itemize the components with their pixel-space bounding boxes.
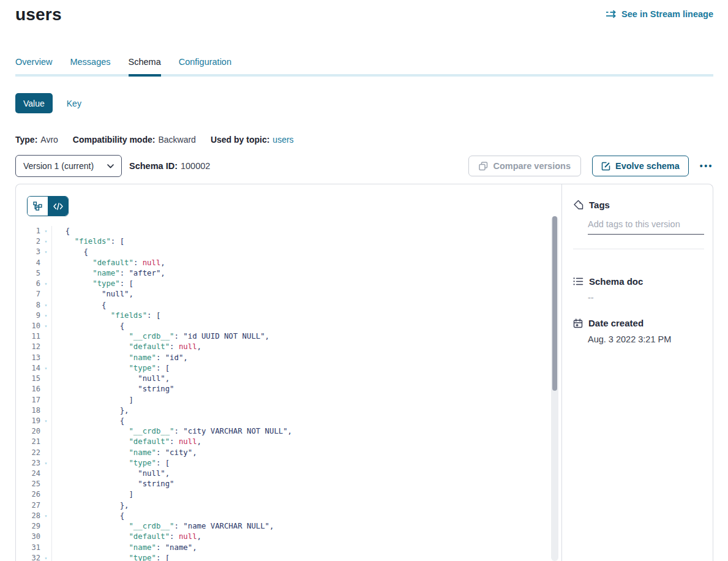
code-line: 9▾ "fields": [ bbox=[16, 311, 566, 321]
line-number: 2 bbox=[16, 236, 40, 247]
code-text: { bbox=[52, 300, 106, 311]
fold-toggle-icon[interactable]: ▾ bbox=[40, 311, 52, 321]
line-number: 13 bbox=[16, 353, 40, 363]
code-text: "type": [ bbox=[52, 363, 170, 374]
line-number: 26 bbox=[16, 489, 40, 500]
key-toggle-link[interactable]: Key bbox=[67, 99, 81, 108]
fold-gutter bbox=[40, 500, 52, 511]
tab-bar: Overview Messages Schema Configuration bbox=[15, 55, 713, 77]
line-number: 20 bbox=[16, 426, 40, 437]
code-text: { bbox=[52, 416, 124, 426]
fold-gutter bbox=[40, 448, 52, 458]
code-text: "null", bbox=[52, 374, 170, 384]
fold-gutter bbox=[40, 489, 52, 500]
code-text: }, bbox=[52, 500, 129, 511]
fold-gutter bbox=[40, 426, 52, 437]
date-created-heading-label: Date created bbox=[588, 318, 644, 328]
code-line: 26 ] bbox=[16, 489, 566, 500]
code-line: 2▾ "fields": [ bbox=[16, 236, 566, 247]
date-created-value: Aug. 3 2022 3:21 PM bbox=[588, 334, 671, 344]
fold-gutter bbox=[40, 543, 52, 553]
code-text: "type": [ bbox=[52, 458, 170, 469]
type-value: Avro bbox=[40, 135, 58, 145]
tab-messages[interactable]: Messages bbox=[70, 55, 110, 77]
code-line: 8▾ { bbox=[16, 300, 566, 311]
version-dropdown[interactable]: Version 1 (current) bbox=[15, 155, 122, 177]
code-line: 22 "name": "city", bbox=[16, 448, 566, 458]
tree-view-button[interactable] bbox=[28, 197, 48, 216]
fold-toggle-icon[interactable]: ▾ bbox=[40, 363, 52, 374]
tree-view-icon bbox=[33, 201, 42, 211]
code-text: "null", bbox=[52, 469, 170, 479]
line-number: 7 bbox=[16, 289, 40, 299]
list-icon bbox=[573, 277, 584, 286]
tab-overview[interactable]: Overview bbox=[15, 55, 52, 77]
code-text: "fields": [ bbox=[52, 236, 124, 247]
schema-panel: 1▾ {2▾ "fields": [3▾ {4 "default": null,… bbox=[15, 184, 713, 561]
fold-gutter bbox=[40, 331, 52, 342]
fold-toggle-icon[interactable]: ▾ bbox=[40, 416, 52, 426]
line-number: 21 bbox=[16, 437, 40, 447]
fold-toggle-icon[interactable]: ▾ bbox=[40, 300, 52, 311]
code-line: 23▾ "type": [ bbox=[16, 458, 566, 469]
value-toggle-button[interactable]: Value bbox=[15, 93, 53, 113]
code-line: 16 "string" bbox=[16, 384, 566, 394]
fold-gutter bbox=[40, 342, 52, 352]
chevron-down-icon bbox=[107, 164, 114, 168]
line-number: 27 bbox=[16, 500, 40, 511]
code-line: 20 "__crdb__": "city VARCHAR NOT NULL", bbox=[16, 426, 566, 437]
code-line: 3▾ { bbox=[16, 247, 566, 257]
line-number: 3 bbox=[16, 247, 40, 257]
line-number: 18 bbox=[16, 405, 40, 416]
stream-lineage-label: See in Stream lineage bbox=[621, 9, 713, 19]
editor-scrollbar-thumb[interactable] bbox=[552, 216, 557, 391]
compare-versions-label: Compare versions bbox=[493, 161, 571, 171]
code-line: 30 "default": null, bbox=[16, 532, 566, 542]
line-number: 19 bbox=[16, 416, 40, 426]
fold-toggle-icon[interactable]: ▾ bbox=[40, 236, 52, 247]
fold-toggle-icon[interactable]: ▾ bbox=[40, 247, 52, 257]
stream-lineage-icon bbox=[606, 10, 617, 18]
fold-gutter bbox=[40, 268, 52, 279]
evolve-schema-button[interactable]: Evolve schema bbox=[592, 156, 689, 176]
fold-toggle-icon[interactable]: ▾ bbox=[40, 321, 52, 331]
schema-action-buttons: Compare versions Evolve schema ••• bbox=[468, 156, 713, 176]
fold-gutter bbox=[40, 479, 52, 489]
line-number: 9 bbox=[16, 311, 40, 321]
code-line: 6▾ "type": [ bbox=[16, 279, 566, 289]
topic-link[interactable]: users bbox=[272, 135, 293, 145]
code-text: "__crdb__": "name VARCHAR NULL", bbox=[52, 521, 274, 532]
fold-gutter bbox=[40, 469, 52, 479]
code-text: "type": [ bbox=[52, 553, 170, 561]
code-line: 29 "__crdb__": "name VARCHAR NULL", bbox=[16, 521, 566, 532]
code-text: "default": null, bbox=[52, 258, 165, 268]
line-number: 15 bbox=[16, 374, 40, 384]
fold-toggle-icon[interactable]: ▾ bbox=[40, 226, 52, 236]
code-line: 18 }, bbox=[16, 405, 566, 416]
key-value-toggle: Value Key bbox=[15, 93, 81, 113]
code-line: 21 "default": null, bbox=[16, 437, 566, 447]
code-text: { bbox=[52, 226, 70, 236]
fold-toggle-icon[interactable]: ▾ bbox=[40, 458, 52, 469]
code-text: "string" bbox=[52, 479, 174, 489]
line-number: 1 bbox=[16, 226, 40, 236]
fold-toggle-icon[interactable]: ▾ bbox=[40, 511, 52, 521]
code-line: 19▾ { bbox=[16, 416, 566, 426]
code-view-button[interactable] bbox=[48, 197, 68, 216]
fold-toggle-icon[interactable]: ▾ bbox=[40, 279, 52, 289]
compatibility-label: Compatibility mode: bbox=[73, 135, 156, 145]
tab-configuration[interactable]: Configuration bbox=[179, 55, 231, 77]
code-text: { bbox=[52, 321, 124, 331]
code-text: "__crdb__": "city VARCHAR NOT NULL", bbox=[52, 426, 292, 437]
fold-gutter bbox=[40, 374, 52, 384]
fold-toggle-icon[interactable]: ▾ bbox=[40, 553, 52, 561]
fold-gutter bbox=[40, 258, 52, 268]
tab-schema[interactable]: Schema bbox=[129, 55, 161, 77]
stream-lineage-link[interactable]: See in Stream lineage bbox=[606, 9, 713, 19]
compare-versions-button[interactable]: Compare versions bbox=[468, 156, 581, 176]
schema-sidebar: Tags Schema doc -- bbox=[561, 184, 713, 561]
more-actions-button[interactable]: ••• bbox=[700, 161, 713, 171]
line-number: 12 bbox=[16, 342, 40, 352]
add-tags-input[interactable] bbox=[588, 217, 704, 235]
date-created-heading: Date created bbox=[573, 318, 644, 328]
